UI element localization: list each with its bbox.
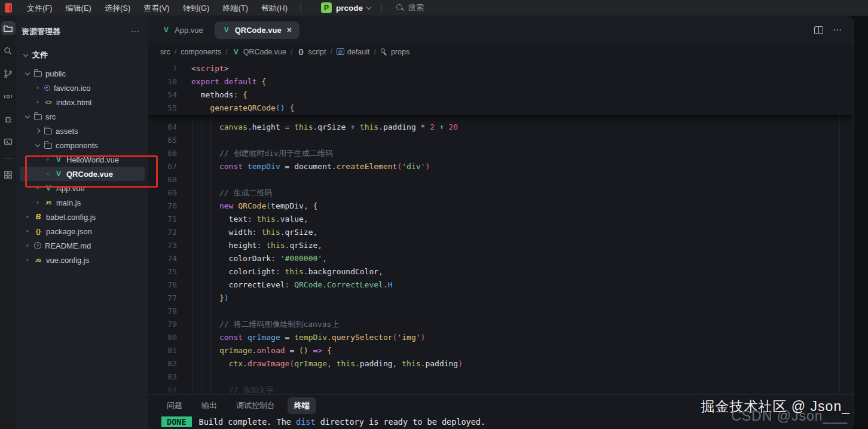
panel-tab-终端[interactable]: 终端: [288, 397, 316, 414]
tree-item-label: App.vue: [56, 184, 85, 193]
references-icon[interactable]: [1, 89, 16, 103]
code-line-54[interactable]: 54 methods: {: [148, 88, 853, 102]
code-line-67[interactable]: 67 const tempDiv = document.createElemen…: [148, 160, 853, 173]
tree-item-package.json[interactable]: {}package.json: [20, 224, 145, 238]
tree-item-components[interactable]: components: [20, 138, 145, 152]
panel-tabs: 问题输出调试控制台终端: [148, 395, 853, 416]
tree-item-assets[interactable]: assets: [20, 124, 145, 138]
menu-terminal[interactable]: 终端(T): [216, 0, 255, 16]
tab-label: QRCode.vue: [235, 26, 282, 35]
code-line-84[interactable]: 84 // 添加文字: [148, 384, 853, 394]
code-line-10[interactable]: 10export default {: [148, 75, 853, 88]
menu-view[interactable]: 查看(V): [137, 0, 176, 16]
breadcrumb-label: src: [160, 48, 170, 56]
menu-selection[interactable]: 选择(S): [98, 0, 137, 16]
code-line-64[interactable]: 64 canvas.height = this.qrSize + this.pa…: [148, 121, 853, 134]
menu-file[interactable]: 文件(F): [20, 0, 59, 16]
tree-item-qrcode.vue[interactable]: VQRCode.vue: [20, 167, 145, 181]
code-line-74[interactable]: 74 colorDark: '#000000',: [148, 252, 853, 265]
tree-item-public[interactable]: public: [20, 66, 145, 81]
debug-icon[interactable]: [1, 112, 16, 126]
explorer-icon[interactable]: [1, 21, 16, 35]
code-text: ctx.drawImage(qrImage, this.padding, thi…: [177, 357, 463, 370]
breadcrumb-item-qrcode.vue[interactable]: VQRCode.vue: [232, 48, 286, 56]
panel-tab-输出[interactable]: 输出: [195, 397, 224, 414]
panel-tab-问题[interactable]: 问题: [160, 397, 189, 414]
tree-item-main.js[interactable]: JSmain.js: [20, 195, 145, 210]
code-text: // 添加文字: [177, 384, 274, 394]
code-line-72[interactable]: 72 width: this.qrSize,: [148, 226, 853, 239]
key-icon: [380, 48, 388, 56]
menu-edit[interactable]: 编辑(E): [59, 0, 98, 16]
vue-icon: V: [54, 170, 63, 178]
extensions-icon[interactable]: [1, 167, 16, 182]
breadcrumb-item-script[interactable]: {}script: [297, 48, 326, 56]
sidebar-title: 资源管理器: [22, 26, 60, 37]
breadcrumb-item-default[interactable]: @default: [337, 48, 370, 56]
breadcrumb-label: components: [181, 48, 221, 56]
code-line-77[interactable]: 77 }): [148, 292, 853, 305]
more-actions-icon[interactable]: ⋯: [130, 26, 140, 37]
split-editor-icon[interactable]: [814, 26, 823, 34]
code-line-73[interactable]: 73 height: this.qrSize,: [148, 239, 853, 252]
code-text: }): [177, 292, 229, 305]
line-number: 82: [148, 357, 177, 370]
project-picker[interactable]: P prcode: [316, 1, 375, 14]
folder-icon: [34, 71, 42, 77]
breadcrumb-item-components[interactable]: components: [181, 48, 221, 56]
code-line-78[interactable]: 78: [148, 305, 853, 318]
code-line-55[interactable]: 55 generateQRCode() {: [148, 102, 853, 115]
tree-item-vue.config.js[interactable]: JSvue.config.js: [20, 253, 145, 267]
source-control-icon[interactable]: [1, 66, 16, 81]
code-line-7[interactable]: 7<script>: [148, 62, 853, 75]
tree-item-helloworld.vue[interactable]: VHelloWorld.vue: [20, 152, 145, 167]
code-line-66[interactable]: 66 // 创建临时div用于生成二维码: [148, 147, 853, 160]
breadcrumb-item-props[interactable]: props: [380, 48, 409, 56]
panel-tab-调试控制台[interactable]: 调试控制台: [230, 397, 282, 414]
terminal-output-line: DONE Build complete. The dist directory …: [148, 416, 853, 427]
search-icon[interactable]: [1, 44, 16, 58]
vue-icon: V: [44, 184, 53, 192]
menu-help[interactable]: 帮助(H): [255, 0, 294, 16]
breadcrumb-item-src[interactable]: src: [160, 48, 170, 56]
modified-dot-icon: [35, 187, 41, 189]
tab-strip: VApp.vueVQRCode.vue× ⋯: [148, 16, 853, 44]
tab-qrcode.vue[interactable]: VQRCode.vue×: [215, 22, 299, 39]
code-line-82[interactable]: 82 ctx.drawImage(qrImage, this.padding, …: [148, 357, 853, 370]
code-line-65[interactable]: 65: [148, 134, 853, 147]
code-text: // 创建临时div用于生成二维码: [177, 147, 333, 160]
modified-dot-icon: [25, 259, 30, 261]
bottom-panel: 问题输出调试控制台终端 DONE Build complete. The dis…: [148, 394, 853, 429]
close-icon[interactable]: ×: [287, 27, 292, 33]
tree-item-babel.config.js[interactable]: Bbabel.config.js: [20, 210, 145, 224]
code-editor[interactable]: 7<script>10export default {54 methods: {…: [148, 60, 853, 394]
files-section-header[interactable]: 文件: [16, 47, 148, 63]
global-search[interactable]: 搜索: [396, 2, 424, 13]
code-line-81[interactable]: 81 qrImage.onload = () => {: [148, 344, 853, 357]
tree-item-src[interactable]: src: [20, 109, 145, 124]
code-text: qrImage.onload = () => {: [177, 344, 332, 357]
code-line-83[interactable]: 83: [148, 370, 853, 384]
tab-app.vue[interactable]: VApp.vue: [154, 22, 211, 39]
chevron-down-icon: [25, 73, 30, 75]
code-line-79[interactable]: 79 // 将二维码图像绘制到canvas上: [148, 318, 853, 331]
code-line-70[interactable]: 70 new QRCode(tempDiv, {: [148, 200, 853, 213]
tree-item-app.vue[interactable]: VApp.vue: [20, 181, 145, 195]
tree-item-readme.md[interactable]: ?README.md: [20, 238, 145, 253]
code-line-80[interactable]: 80 const qrImage = tempDiv.querySelector…: [148, 331, 853, 344]
code-line-76[interactable]: 76 correctLevel: QRCode.CorrectLevel.H: [148, 278, 853, 292]
line-number: 75: [148, 265, 177, 278]
code-line-69[interactable]: 69 // 生成二维码: [148, 186, 853, 200]
menu-go[interactable]: 转到(G): [176, 0, 216, 16]
line-number: 64: [148, 121, 177, 134]
tree-item-label: favicon.ico: [54, 84, 90, 93]
code-line-68[interactable]: 68: [148, 173, 853, 186]
code-line-75[interactable]: 75 colorLight: this.backgroundColor,: [148, 265, 853, 278]
more-actions-icon[interactable]: ⋯: [833, 24, 842, 35]
remote-icon[interactable]: [1, 134, 16, 149]
tree-item-favicon.ico[interactable]: favicon.ico: [20, 81, 145, 95]
readme-icon: ?: [34, 242, 41, 249]
code-line-71[interactable]: 71 text: this.value,: [148, 213, 853, 226]
tree-item-index.html[interactable]: <>index.html: [20, 95, 145, 109]
html-icon: <>: [44, 99, 53, 106]
